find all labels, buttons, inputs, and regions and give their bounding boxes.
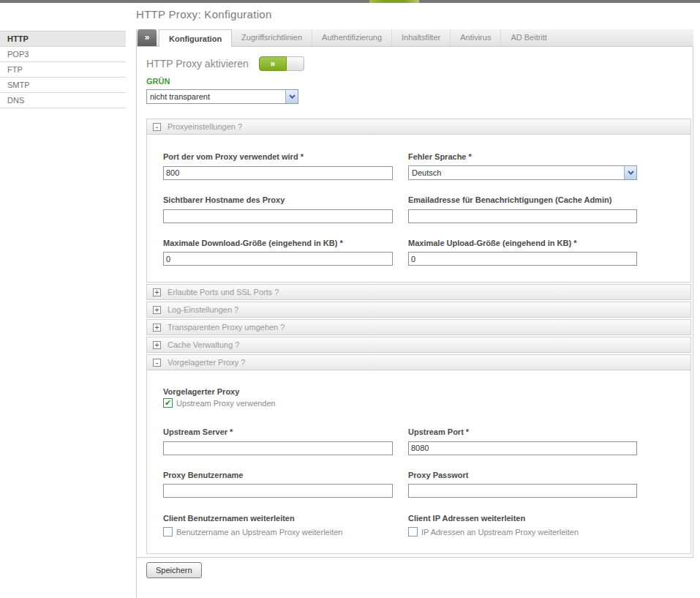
- sidebar-item-dns[interactable]: DNS: [0, 93, 126, 108]
- zone-label: GRÜN: [146, 77, 691, 86]
- tab-zugriffsrichtlinien[interactable]: Zugriffsrichtlinien: [232, 29, 312, 46]
- top-menubar-edge: [0, 0, 700, 3]
- cache-admin-email-input[interactable]: [408, 209, 637, 223]
- expand-icon[interactable]: +: [153, 288, 161, 296]
- tab-authentifizierung[interactable]: Authentifizierung: [312, 29, 392, 46]
- proxy-username-input[interactable]: [163, 484, 393, 498]
- error-language-arrow[interactable]: [624, 166, 636, 179]
- error-language-value: Deutsch: [409, 166, 624, 179]
- upstream-proxy-group-label: Vorgelagerter Proxy: [163, 386, 690, 397]
- tab-inhaltsfilter[interactable]: Inhaltsfilter: [392, 29, 451, 46]
- proxy-port-label: Port der vom Proxy verwendet wird *: [163, 152, 393, 162]
- upstream-port-input[interactable]: [408, 441, 637, 455]
- proxy-password-label: Proxy Passwort: [408, 471, 637, 480]
- collapse-icon[interactable]: -: [153, 359, 161, 367]
- upstream-server-input[interactable]: [163, 441, 393, 455]
- use-upstream-proxy-checkbox-label: Upstream Proxy verwenden: [176, 399, 276, 408]
- proxy-port-input[interactable]: [163, 166, 393, 180]
- upstream-proxy-group: Vorgelagerter Proxy ✔ Upstream Proxy ver…: [163, 386, 690, 408]
- forward-username-checkbox[interactable]: [163, 527, 173, 537]
- visible-hostname-label: Sichtbarer Hostname des Proxy: [163, 195, 393, 205]
- enable-proxy-row: HTTP Proxy aktivieren »: [146, 56, 691, 71]
- toggle-on-icon: »: [259, 56, 287, 71]
- sidebar-item-smtp[interactable]: SMTP: [0, 78, 126, 93]
- tab-ad-beitritt[interactable]: AD Beitritt: [501, 29, 557, 46]
- chevron-down-icon: [289, 94, 296, 99]
- zone-select-arrow[interactable]: [285, 90, 298, 103]
- main-content: HTTP Proxy aktivieren » GRÜN nicht trans…: [137, 47, 693, 558]
- max-upload-input[interactable]: [408, 252, 637, 266]
- sidebar-item-http[interactable]: HTTP: [0, 31, 126, 47]
- save-button[interactable]: Speichern: [146, 562, 202, 578]
- forward-ip-checkbox-label: IP Adressen an Upstream Proxy weiterleit…: [421, 528, 579, 537]
- upstream-server-label: Upstream Server *: [163, 427, 393, 437]
- forward-username-checkbox-label: Benutzername an Upstream Proxy weiterlei…: [176, 528, 342, 537]
- section-header-vorgelagerter-proxy[interactable]: - Vorgelagerter Proxy ?: [146, 354, 691, 370]
- zone-select-value: nicht transparent: [147, 90, 285, 103]
- max-download-input[interactable]: [163, 252, 393, 266]
- expand-icon[interactable]: +: [153, 324, 161, 332]
- tab-collapse-button[interactable]: »: [138, 29, 157, 46]
- sidebar-item-pop3[interactable]: POP3: [0, 47, 126, 62]
- error-language-label: Fehler Sprache *: [408, 152, 637, 162]
- toggle-knob: [287, 56, 304, 71]
- proxy-password-input[interactable]: [408, 484, 637, 498]
- section-header-cache-verwaltung[interactable]: + Cache Verwaltung ?: [146, 337, 691, 353]
- tab-bar: » Konfiguration Zugriffsrichtlinien Auth…: [137, 29, 693, 47]
- section-header-erlaubte-ports[interactable]: + Erlaubte Ports und SSL Ports ?: [146, 284, 691, 300]
- tab-antivirus[interactable]: Antivirus: [451, 29, 501, 46]
- forward-ip-checkbox[interactable]: [408, 527, 418, 537]
- chevron-down-icon: [628, 171, 634, 175]
- proxy-username-label: Proxy Benutzername: [163, 471, 393, 480]
- max-download-label: Maximale Download-Größe (eingehend in KB…: [163, 239, 393, 248]
- section-title: Log-Einstellungen ?: [168, 305, 238, 314]
- error-language-select[interactable]: Deutsch: [408, 165, 637, 180]
- section-header-log-einstellungen[interactable]: + Log-Einstellungen ?: [146, 302, 691, 318]
- forward-username-group-label: Client Benutzernamen weiterleiten: [163, 513, 393, 524]
- cache-admin-email-label: Emailadresse für Benachrichtigungen (Cac…: [408, 195, 637, 205]
- section-header-transparenten-proxy-umgehen[interactable]: + Transparenten Proxy umgehen ?: [146, 319, 691, 335]
- upstream-port-label: Upstream Port *: [408, 427, 637, 437]
- expand-icon[interactable]: +: [153, 306, 161, 314]
- zone-select[interactable]: nicht transparent: [146, 89, 298, 104]
- forward-ip-group-label: Client IP Adressen weiterleiten: [408, 513, 637, 524]
- section-title: Proxyeinstellungen ?: [168, 122, 242, 131]
- collapse-icon[interactable]: -: [153, 123, 161, 131]
- enable-proxy-label: HTTP Proxy aktivieren: [146, 58, 249, 70]
- sidebar-item-ftp[interactable]: FTP: [0, 62, 126, 78]
- section-title: Erlaubte Ports und SSL Ports ?: [168, 288, 279, 296]
- use-upstream-proxy-checkbox[interactable]: ✔: [163, 398, 173, 408]
- max-upload-label: Maximale Upload-Größe (eingehend in KB) …: [408, 239, 637, 248]
- section-header-proxyeinstellungen[interactable]: - Proxyeinstellungen ?: [146, 119, 691, 135]
- top-menubar-active-segment: [369, 0, 419, 3]
- sidebar: HTTP POP3 FTP SMTP DNS: [0, 31, 126, 108]
- expand-icon[interactable]: +: [153, 341, 161, 349]
- settings-accordion: - Proxyeinstellungen ? Port der vom Prox…: [146, 119, 691, 554]
- section-body-vorgelagerter-proxy: Vorgelagerter Proxy ✔ Upstream Proxy ver…: [146, 370, 691, 554]
- section-title: Cache Verwaltung ?: [168, 340, 239, 349]
- section-title: Transparenten Proxy umgehen ?: [168, 323, 285, 332]
- tab-konfiguration[interactable]: Konfiguration: [159, 29, 232, 47]
- page-title: HTTP Proxy: Konfiguration: [136, 8, 272, 20]
- section-body-proxyeinstellungen: Port der vom Proxy verwendet wird * Fehl…: [146, 135, 691, 283]
- section-title: Vorgelagerter Proxy ?: [168, 358, 245, 367]
- enable-proxy-toggle[interactable]: »: [259, 56, 304, 71]
- visible-hostname-input[interactable]: [163, 209, 393, 223]
